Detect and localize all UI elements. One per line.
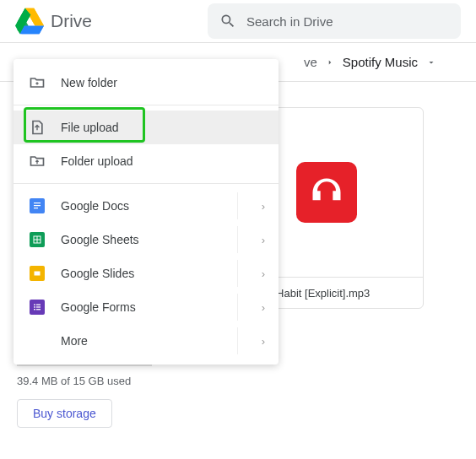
sheets-icon: [29, 231, 46, 248]
music-app-icon: [296, 162, 357, 223]
svg-rect-20: [36, 306, 41, 307]
new-folder-icon: [29, 74, 46, 91]
menu-google-docs[interactable]: Google Docs ›: [14, 189, 279, 223]
docs-icon: [29, 197, 46, 214]
slides-icon: [29, 265, 46, 282]
chevron-right-icon: ›: [262, 301, 265, 314]
chevron-right-icon: ›: [262, 267, 265, 280]
svg-rect-10: [34, 202, 41, 203]
search-icon: [219, 13, 236, 30]
menu-label: Google Forms: [61, 300, 136, 314]
menu-file-upload[interactable]: File upload: [14, 111, 279, 144]
chevron-right-icon: ›: [262, 234, 265, 246]
drive-logo-icon: [15, 7, 44, 35]
menu-google-slides[interactable]: Google Slides ›: [14, 256, 279, 290]
blank-icon: [29, 332, 46, 349]
buy-storage-button[interactable]: Buy storage: [17, 399, 112, 428]
menu-google-sheets[interactable]: Google Sheets ›: [14, 223, 279, 256]
menu-label: Folder upload: [61, 154, 133, 168]
folder-upload-icon: [29, 153, 46, 170]
new-menu: New folder File upload Folder upload Goo…: [14, 59, 279, 364]
dropdown-caret-icon[interactable]: [426, 57, 436, 68]
chevron-right-icon: ›: [262, 335, 265, 348]
menu-label: More: [61, 334, 88, 348]
menu-new-folder[interactable]: New folder: [14, 66, 279, 100]
storage-used-text: 39.4 MB of 15 GB used: [17, 375, 152, 387]
menu-label: Google Docs: [61, 199, 129, 213]
menu-label: File upload: [61, 121, 119, 134]
breadcrumb-prev[interactable]: ve: [304, 55, 317, 69]
search-placeholder: Search in Drive: [246, 14, 333, 29]
svg-rect-16: [35, 272, 41, 276]
header-bar: Drive Search in Drive: [0, 0, 476, 42]
svg-rect-22: [36, 309, 41, 310]
menu-separator: [14, 105, 279, 105]
menu-google-forms[interactable]: Google Forms ›: [14, 290, 279, 324]
file-upload-icon: [29, 119, 46, 136]
menu-label: Google Slides: [61, 267, 134, 280]
drive-title: Drive: [51, 11, 92, 31]
menu-label: Google Sheets: [61, 233, 139, 246]
menu-folder-upload[interactable]: Folder upload: [14, 144, 279, 178]
svg-rect-11: [34, 205, 41, 206]
menu-label: New folder: [61, 76, 117, 89]
svg-rect-17: [34, 305, 35, 305]
chevron-right-icon: [326, 58, 334, 67]
menu-more[interactable]: More ›: [14, 324, 279, 358]
drive-logo-lockup[interactable]: Drive: [15, 7, 92, 35]
svg-rect-12: [34, 208, 38, 208]
menu-separator: [14, 183, 279, 184]
forms-icon: [29, 299, 46, 316]
svg-rect-18: [36, 305, 41, 305]
breadcrumb-current[interactable]: Spotify Music: [343, 55, 418, 69]
svg-rect-19: [34, 306, 35, 307]
svg-rect-21: [34, 309, 35, 310]
search-box[interactable]: Search in Drive: [208, 3, 461, 39]
chevron-right-icon: ›: [262, 200, 265, 213]
